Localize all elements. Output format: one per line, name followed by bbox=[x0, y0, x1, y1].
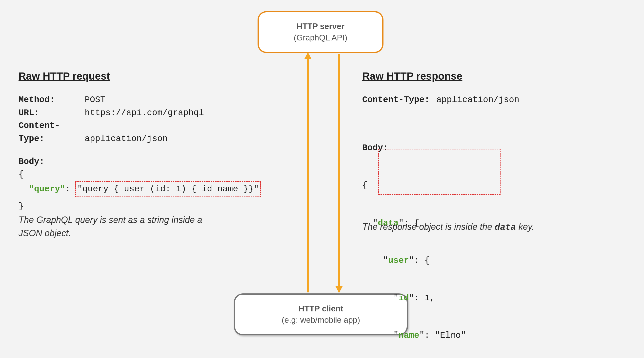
client-subtitle: (e.g: web/mobile app) bbox=[282, 314, 360, 326]
l4-pre: " bbox=[362, 293, 398, 303]
l3-pre: " bbox=[362, 256, 388, 266]
l5-pre: " bbox=[362, 331, 398, 341]
resp-ctype-label: Content-Type: bbox=[362, 93, 436, 107]
arrow-down-icon bbox=[335, 286, 343, 293]
l3-post: ": { bbox=[409, 256, 430, 266]
query-value-box: "query { user (id: 1) { id name }}" bbox=[75, 181, 261, 197]
response-heading: Raw HTTP response bbox=[362, 70, 594, 82]
request-body: Body: { "query": "query { user (id: 1) {… bbox=[18, 156, 295, 213]
arrow-up-icon bbox=[304, 52, 312, 59]
ctype-value: application/json bbox=[85, 134, 168, 144]
spacer bbox=[18, 197, 295, 200]
url-value: https://api.com/graphql bbox=[85, 108, 204, 118]
server-subtitle: (GraphQL API) bbox=[294, 32, 347, 43]
caption-key: data bbox=[494, 222, 516, 232]
l5-key: name bbox=[398, 331, 419, 341]
l4-post: ": 1, bbox=[409, 293, 435, 303]
url-label: URL: bbox=[18, 107, 85, 120]
response-body: Body: { "data": { "user": { "id": 1, "na… bbox=[362, 117, 594, 358]
resp-l1: { bbox=[362, 179, 594, 192]
resp-l5: "name": "Elmo" bbox=[362, 329, 594, 342]
method-label: Method: bbox=[18, 93, 85, 107]
http-server-box: HTTP server (GraphQL API) bbox=[258, 11, 384, 53]
server-title: HTTP server bbox=[296, 21, 344, 32]
query-colon: : bbox=[65, 184, 76, 194]
l5-post: ": "Elmo" bbox=[419, 331, 466, 341]
request-url-row: URL:https://api.com/graphql bbox=[18, 107, 295, 120]
diagram-stage: HTTP server (GraphQL API) HTTP client (e… bbox=[0, 0, 644, 358]
client-title: HTTP client bbox=[298, 303, 343, 314]
response-panel: Raw HTTP response Content-Type:applicati… bbox=[362, 70, 594, 358]
l3-key: user bbox=[388, 256, 409, 266]
l4-key: id bbox=[398, 293, 409, 303]
resp-l4: "id": 1, bbox=[362, 292, 594, 305]
body-label: Body: bbox=[18, 156, 295, 169]
resp-l3: "user": { bbox=[362, 254, 594, 267]
method-value: POST bbox=[85, 95, 106, 105]
request-ctype-row: Content-Type:application/json bbox=[18, 119, 295, 145]
query-key: "query" bbox=[29, 184, 65, 194]
request-method-row: Method:POST bbox=[18, 93, 295, 107]
response-ctype-row: Content-Type:application/json bbox=[362, 93, 594, 107]
caption-a: The response object is inside the bbox=[362, 222, 494, 232]
request-caption: The GraphQL query is sent as a string in… bbox=[18, 213, 216, 240]
query-value: "query { user (id: 1) { id name }}" bbox=[77, 184, 259, 194]
request-heading: Raw HTTP request bbox=[18, 70, 295, 82]
resp-ctype-value: application/json bbox=[436, 95, 519, 105]
response-arrow-line bbox=[338, 54, 340, 292]
ctype-label: Content-Type: bbox=[18, 119, 85, 145]
caption-b: key. bbox=[516, 222, 534, 232]
body-open: { bbox=[18, 169, 295, 181]
request-panel: Raw HTTP request Method:POST URL:https:/… bbox=[18, 70, 295, 213]
request-arrow-line bbox=[307, 54, 309, 292]
resp-body-label: Body: bbox=[362, 142, 594, 154]
body-query-line: "query": "query { user (id: 1) { id name… bbox=[18, 181, 295, 197]
response-caption: The response object is inside the data k… bbox=[362, 220, 535, 234]
body-close: } bbox=[18, 200, 295, 213]
